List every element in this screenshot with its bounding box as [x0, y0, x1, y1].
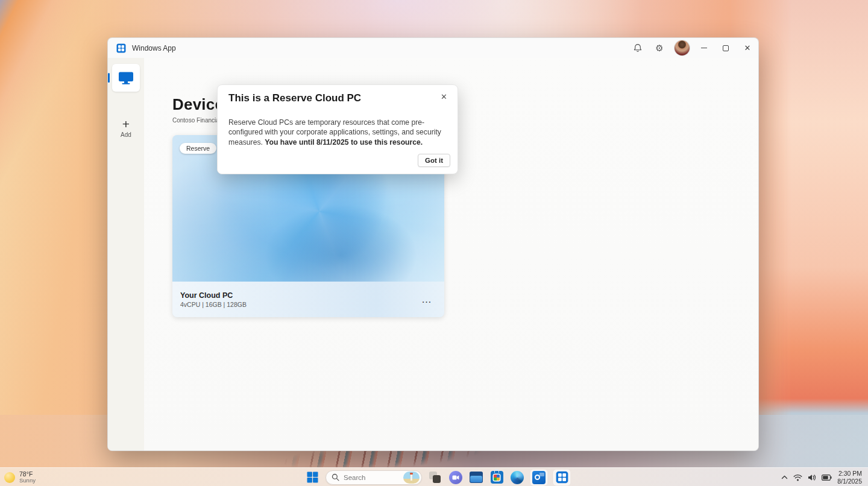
microsoft-store-icon: [491, 471, 503, 484]
reserve-cloud-pc-dialog: This is a Reserve Cloud PC ✕ Reserve Clo…: [217, 84, 458, 174]
cloud-pc-name: Your Cloud PC: [180, 291, 247, 300]
cloud-pc-specs: 4vCPU | 16GB | 128GB: [180, 301, 247, 308]
weather-text: 78°F Sunny: [19, 470, 36, 484]
task-view-button[interactable]: [428, 470, 442, 485]
outlook-button[interactable]: [530, 470, 547, 485]
notification-bell-button[interactable]: [627, 38, 649, 58]
widgets-weather-button[interactable]: 78°F Sunny: [4, 468, 36, 486]
windows-app-taskbar-button[interactable]: [553, 470, 570, 485]
sidebar-item-devices[interactable]: [112, 64, 140, 92]
teams-chat-icon: [449, 471, 462, 484]
dialog-actions: Got it: [418, 154, 450, 167]
reserve-badge: Reserve: [180, 143, 216, 154]
edge-button[interactable]: [510, 470, 524, 485]
teams-chat-button[interactable]: [448, 470, 463, 485]
account-button[interactable]: [670, 38, 693, 58]
window-titlebar[interactable]: Windows App ⚙: [108, 38, 758, 58]
task-view-icon-front: [433, 475, 441, 483]
search-highlights-image[interactable]: [403, 472, 420, 484]
tray-date: 8/1/2025: [837, 478, 862, 485]
tray-overflow-button[interactable]: [781, 475, 788, 479]
search-icon: [332, 473, 339, 481]
add-label: Add: [108, 131, 144, 138]
sun-icon: [4, 472, 15, 483]
windows-app-icon: [556, 471, 568, 484]
dialog-title: This is a Reserve Cloud PC: [228, 92, 361, 104]
more-options-icon[interactable]: …: [421, 297, 432, 303]
search-input[interactable]: [344, 474, 399, 481]
wifi-icon: [793, 474, 802, 481]
sidebar-add-button[interactable]: + Add: [108, 118, 144, 138]
volume-button[interactable]: [808, 474, 816, 481]
desktop-wallpaper: Windows App ⚙: [0, 0, 868, 486]
bell-icon: [633, 43, 643, 52]
dialog-close-icon: ✕: [441, 92, 447, 101]
dialog-close-button[interactable]: ✕: [438, 91, 450, 103]
file-explorer-icon: [470, 472, 483, 483]
maximize-icon: [723, 45, 729, 51]
system-tray: 2:30 PM 8/1/2025: [781, 468, 868, 486]
devices-monitor-icon: [118, 71, 134, 85]
selected-nav-indicator: [108, 73, 110, 83]
file-explorer-button[interactable]: [469, 470, 483, 485]
lighthouse-top-decoration: [410, 473, 413, 475]
folder-front: [470, 476, 482, 482]
lighthouse-decoration: [410, 474, 412, 481]
network-button[interactable]: [793, 474, 802, 481]
tray-time: 2:30 PM: [837, 470, 862, 478]
volume-icon: [808, 474, 816, 481]
sidebar: + Add: [108, 58, 144, 450]
maximize-button[interactable]: [715, 38, 737, 58]
start-icon: [307, 472, 318, 483]
minimize-icon: [701, 48, 707, 48]
chevron-up-icon: [781, 475, 788, 479]
windows-app-logo-icon: [116, 43, 126, 53]
minimize-button[interactable]: [693, 38, 715, 58]
store-bag-handle: [494, 469, 499, 473]
cloud-pc-card-footer: Your Cloud PC 4vCPU | 16GB | 128GB …: [172, 282, 444, 317]
start-button[interactable]: [305, 470, 319, 485]
battery-icon: [822, 475, 832, 481]
close-icon: ✕: [744, 43, 751, 52]
video-camera-glyph: [452, 475, 459, 481]
add-plus-icon: +: [108, 118, 144, 130]
battery-button[interactable]: [822, 475, 832, 481]
store-window-flag: [494, 475, 500, 481]
outlook-envelope-flap: [539, 473, 544, 476]
gear-icon: ⚙: [655, 43, 663, 52]
user-avatar: [675, 40, 690, 55]
microsoft-store-button[interactable]: [489, 470, 504, 485]
taskbar: 78°F Sunny: [0, 467, 868, 486]
window-title: Windows App: [132, 44, 176, 52]
outlook-icon: [532, 471, 546, 484]
clock-button[interactable]: 2:30 PM 8/1/2025: [837, 470, 862, 485]
titlebar-controls: ⚙ ✕: [627, 38, 758, 58]
settings-button[interactable]: ⚙: [649, 38, 670, 58]
dialog-body: Reserve Cloud PCs are temporary resource…: [228, 118, 443, 147]
cloud-pc-card-titles: Your Cloud PC 4vCPU | 16GB | 128GB: [180, 291, 247, 308]
close-button[interactable]: ✕: [737, 38, 758, 58]
taskbar-center: [305, 468, 570, 486]
edge-icon: [511, 471, 524, 484]
got-it-button[interactable]: Got it: [418, 154, 450, 167]
dialog-body-bold-text: You have until 8/11/2025 to use this res…: [265, 138, 423, 147]
taskbar-search-box[interactable]: [326, 470, 422, 485]
weather-condition: Sunny: [19, 478, 36, 484]
